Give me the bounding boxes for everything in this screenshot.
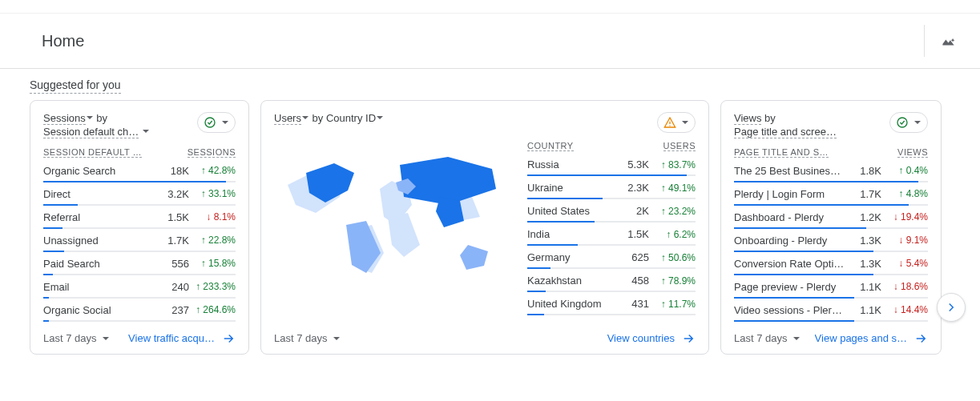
page-title: Home [42, 32, 84, 50]
chevron-down-icon [681, 118, 689, 126]
cards-row: Sessions by Session default ch… SESSION … [0, 100, 980, 371]
chevron-down-icon [913, 118, 922, 126]
svg-point-2 [669, 125, 670, 126]
chevron-down-icon [333, 335, 341, 343]
row-label: United Kingdom [527, 298, 612, 310]
table-row[interactable]: Plerdy | Login Form1.7K↑ 4.8% [734, 184, 928, 204]
status-pill-warning[interactable] [657, 112, 696, 133]
table-row[interactable]: Direct3.2K↑ 33.1% [43, 184, 236, 204]
top-bar [0, 0, 980, 14]
table-row[interactable]: India1.5K↑ 6.2% [527, 224, 696, 244]
world-map[interactable] [274, 133, 518, 277]
time-range-selector[interactable]: Last 7 days [274, 332, 341, 344]
row-bar [527, 198, 696, 199]
time-range-selector[interactable]: Last 7 days [43, 332, 110, 344]
insights-icon[interactable] [924, 25, 956, 57]
table-row[interactable]: Video sessions - Pler…1.1K↓ 14.4% [734, 300, 928, 320]
row-label: Direct [43, 188, 152, 200]
row-delta: ↑ 0.4% [881, 165, 928, 176]
column-header-left: SESSION DEFAULT … [43, 147, 142, 158]
row-delta: ↑ 42.8% [189, 165, 236, 176]
table-row[interactable]: United States2K↑ 23.2% [527, 201, 696, 221]
row-delta: ↑ 6.2% [649, 229, 696, 240]
view-countries-link[interactable]: View countries [607, 331, 696, 346]
row-bar [734, 320, 928, 322]
table-row[interactable]: The 25 Best Busines…1.8K↑ 0.4% [734, 161, 928, 181]
row-label: Dashboard - Plerdy [734, 211, 845, 223]
countries-card-title[interactable]: Users by Country ID [274, 112, 384, 126]
row-label: The 25 Best Busines… [734, 165, 845, 177]
row-delta: ↑ 78.9% [649, 275, 696, 287]
row-label: Onboarding - Plerdy [734, 235, 845, 247]
row-delta: ↑ 4.8% [881, 188, 928, 199]
chevron-down-icon[interactable] [142, 127, 150, 135]
row-value: 1.2K [845, 211, 881, 223]
chevron-down-icon [792, 335, 801, 343]
view-pages-link[interactable]: View pages and s… [815, 331, 928, 346]
map-india [436, 197, 464, 227]
column-header-right: SESSIONS [188, 147, 236, 158]
row-value: 2K [612, 205, 649, 217]
svg-point-0 [205, 118, 215, 127]
row-delta: ↑ 15.8% [189, 258, 236, 269]
row-delta: ↓ 5.4% [881, 258, 928, 269]
table-row[interactable]: Russia5.3K↑ 83.7% [527, 154, 696, 174]
row-bar [527, 174, 696, 176]
table-row[interactable]: Germany625↑ 50.6% [527, 247, 696, 267]
map-australia [460, 245, 488, 270]
row-label: Kazakhstan [527, 275, 612, 287]
row-bar [43, 251, 236, 252]
row-bar [527, 221, 696, 223]
row-value: 1.7K [845, 188, 881, 200]
table-row[interactable]: Conversion Rate Opti…1.3K↓ 5.4% [734, 254, 928, 274]
table-row[interactable]: Organic Social237↑ 264.6% [43, 300, 236, 320]
row-label: Plerdy | Login Form [734, 188, 845, 200]
time-range-selector[interactable]: Last 7 days [734, 332, 801, 344]
row-value: 1.7K [152, 235, 189, 247]
row-bar [527, 267, 696, 269]
table-row[interactable]: Ukraine2.3K↑ 49.1% [527, 178, 696, 198]
table-row[interactable]: United Kingdom431↑ 11.7% [527, 294, 696, 314]
table-row[interactable]: Kazakhstan458↑ 78.9% [527, 271, 696, 291]
map-russia [400, 157, 496, 205]
table-row[interactable]: Dashboard - Plerdy1.2K↓ 19.4% [734, 207, 928, 227]
table-row[interactable]: Referral1.5K↓ 8.1% [43, 207, 236, 227]
table-row[interactable]: Paid Search556↑ 15.8% [43, 254, 236, 274]
row-delta: ↓ 14.4% [881, 304, 928, 315]
status-pill[interactable] [889, 112, 928, 133]
table-row[interactable]: Unassigned1.7K↑ 22.8% [43, 231, 236, 251]
view-traffic-link[interactable]: View traffic acqu… [128, 331, 236, 346]
row-value: 1.1K [845, 281, 881, 293]
row-label: Ukraine [527, 182, 612, 194]
row-delta: ↓ 9.1% [881, 235, 928, 246]
column-header-country: COUNTRY [527, 141, 574, 151]
sessions-card-title[interactable]: Sessions by Session default ch… [43, 112, 150, 139]
row-value: 5.3K [612, 158, 649, 170]
row-value: 2.3K [612, 182, 649, 194]
row-value: 1.3K [845, 235, 881, 247]
row-value: 1.5K [612, 228, 649, 240]
page-header: Home [0, 14, 980, 69]
column-header-page-title: PAGE TITLE AND S… [734, 147, 829, 158]
row-label: Video sessions - Pler… [734, 304, 845, 316]
row-label: Germany [527, 251, 612, 263]
row-delta: ↑ 22.8% [189, 235, 236, 246]
table-row[interactable]: Onboarding - Plerdy1.3K↓ 9.1% [734, 231, 928, 251]
table-row[interactable]: Page preview - Plerdy1.1K↓ 18.6% [734, 277, 928, 297]
views-card-title[interactable]: Views by Page title and scree… [734, 112, 837, 139]
status-pill[interactable] [197, 112, 236, 133]
row-bar [43, 204, 236, 206]
row-bar [734, 227, 928, 229]
row-value: 1.3K [845, 258, 881, 270]
chevron-right-icon [944, 300, 958, 315]
table-row[interactable]: Organic Search18K↑ 42.8% [43, 161, 236, 181]
row-value: 18K [152, 165, 189, 177]
arrow-right-icon [221, 331, 236, 346]
row-bar [527, 244, 696, 246]
row-delta: ↑ 49.1% [649, 182, 696, 194]
row-value: 625 [612, 251, 649, 263]
next-card-button[interactable] [937, 293, 966, 322]
row-value: 556 [152, 258, 189, 270]
table-row[interactable]: Email240↑ 233.3% [43, 277, 236, 297]
row-bar [43, 274, 236, 275]
